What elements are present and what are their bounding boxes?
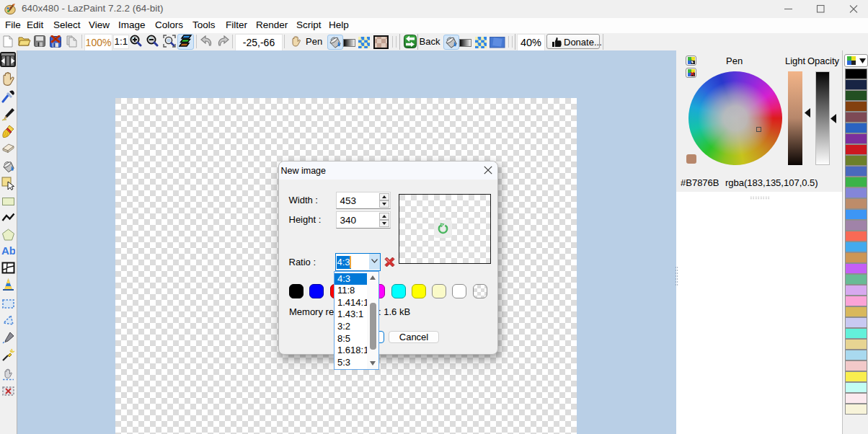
svg-text:Ab: Ab: [1, 244, 15, 257]
